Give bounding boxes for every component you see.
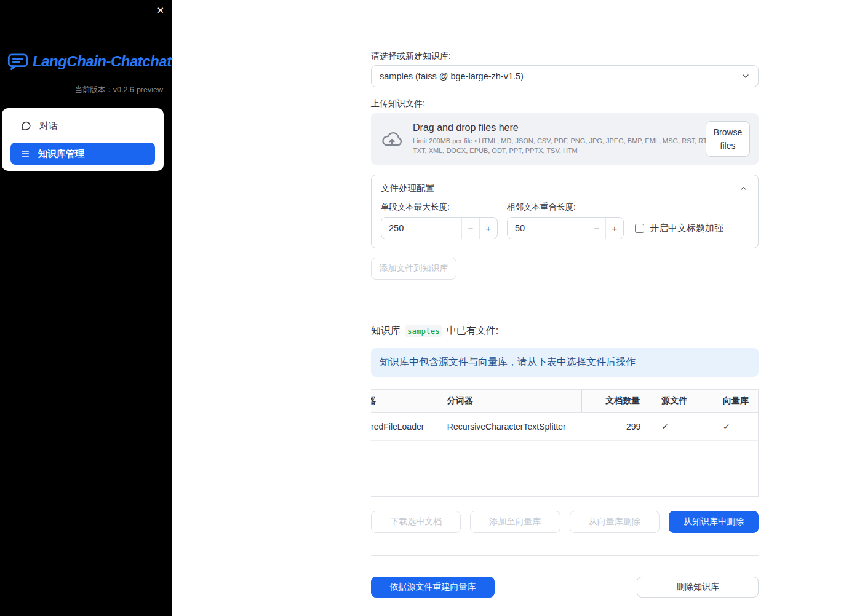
expander-header[interactable]: 文件处理配置 [372,175,758,200]
chat-bubble-icon [20,120,31,132]
file-dropzone[interactable]: Drag and drop files here Limit 200MB per… [371,113,759,165]
chunk-overlap-label: 相邻文本重合长度: [507,202,624,212]
chunk-size-label: 单段文本最大长度: [381,202,498,212]
sidebar: ✕ LangChain-Chatchat 当前版本：v0.2.6-preview… [0,0,172,616]
col-header-splitter: 分词器 [442,390,583,412]
kb-select[interactable]: samples (faiss @ bge-large-zh-v1.5) [371,65,759,87]
kb-actions-row: 依据源文件重建向量库 删除知识库 [371,577,759,598]
delete-from-vector-store-button[interactable]: 从向量库删除 [570,511,660,533]
kb-files-heading: 知识库 samples 中已有文件: [371,325,759,338]
divider [371,555,759,556]
cell-vector-check: ✓ [711,413,758,440]
files-table: 器 分词器 文档数量 源文件 向量库 redFileLoader Recursi… [371,389,759,497]
cell-splitter: RecursiveCharacterTextSplitter [442,413,583,440]
kb-name-code: samples [405,325,442,337]
minus-stepper-icon[interactable]: − [588,218,605,239]
delete-kb-button[interactable]: 删除知识库 [637,577,759,598]
sidebar-item-label: 对话 [39,120,58,132]
browse-files-button[interactable]: Browse files [706,121,750,157]
kb-select-label: 请选择或新建知识库: [371,51,759,61]
cell-doc-count: 299 [582,413,655,440]
plus-stepper-icon[interactable]: + [479,218,497,239]
table-actions-row: 下载选中文档 添加至向量库 从向量库删除 从知识库中删除 [371,511,759,533]
sidebar-item-dialogue[interactable]: 对话 [10,114,155,138]
add-files-to-kb-button[interactable]: 添加文件到知识库 [371,258,456,280]
upload-label: 上传知识文件: [371,98,759,108]
close-sidebar-icon[interactable]: ✕ [156,5,164,16]
add-to-vector-store-button[interactable]: 添加至向量库 [470,511,560,533]
col-header-loader: 器 [371,390,442,412]
chunk-size-group: 单段文本最大长度: 250 − + [381,202,498,239]
dropzone-limit-line2: TXT, XML, DOCX, EPUB, ODT, PPT, PPTX, TS… [413,146,706,156]
dropzone-title: Drag and drop files here [413,122,706,133]
download-selected-button[interactable]: 下载选中文档 [371,511,461,533]
kb-files-prefix: 知识库 [371,325,401,338]
divider [371,304,759,304]
main-content: 请选择或新建知识库: samples (faiss @ bge-large-zh… [371,0,759,598]
chunk-overlap-value[interactable]: 50 [508,218,588,239]
zh-title-enhance-group: 开启中文标题加强 [635,223,723,234]
info-banner: 知识库中包含源文件与向量库，请从下表中选择文件后操作 [371,348,759,377]
kb-files-suffix: 中已有文件: [447,325,498,338]
chunk-size-input: 250 − + [381,217,498,239]
chunk-overlap-input: 50 − + [507,217,624,239]
cell-loader: redFileLoader [371,413,442,440]
kb-select-value: samples (faiss @ bge-large-zh-v1.5) [380,71,524,81]
table-row[interactable]: redFileLoader RecursiveCharacterTextSpli… [371,413,758,441]
expander-title: 文件处理配置 [381,183,434,194]
dropzone-limit-line1: Limit 200MB per file • HTML, MD, JSON, C… [413,136,706,146]
minus-stepper-icon[interactable]: − [461,218,479,239]
app-logo: LangChain-Chatchat [7,53,172,70]
chunk-overlap-group: 相邻文本重合长度: 50 − + [507,202,624,239]
plus-stepper-icon[interactable]: + [605,218,623,239]
chevron-down-icon [741,71,751,81]
chevron-up-icon [739,184,748,193]
rebuild-vector-store-button[interactable]: 依据源文件重建向量库 [371,577,495,598]
sidebar-nav: 对话 知识库管理 [2,108,164,171]
list-icon [20,149,30,159]
cloud-upload-icon [381,130,403,148]
info-banner-text: 知识库中包含源文件与向量库，请从下表中选择文件后操作 [380,356,636,369]
app-title: LangChain-Chatchat [33,53,172,70]
sidebar-item-knowledge-base[interactable]: 知识库管理 [10,143,155,165]
zh-title-enhance-label: 开启中文标题加强 [650,223,723,234]
version-label: 当前版本：v0.2.6-preview [0,85,163,95]
chunk-size-value[interactable]: 250 [381,218,461,239]
col-header-doc-count: 文档数量 [582,390,655,412]
delete-from-kb-button[interactable]: 从知识库中删除 [669,511,759,533]
file-config-expander: 文件处理配置 单段文本最大长度: 250 − + 相邻文本重合长度: [371,175,759,248]
chat-logo-icon [7,53,28,70]
expander-body: 单段文本最大长度: 250 − + 相邻文本重合长度: 50 − + [372,200,758,248]
dropzone-text: Drag and drop files here Limit 200MB per… [413,122,706,156]
zh-title-enhance-checkbox[interactable] [635,224,644,233]
col-header-vector-store: 向量库 [711,390,758,412]
sidebar-item-label: 知识库管理 [38,148,84,160]
col-header-source-file: 源文件 [655,390,711,412]
table-header-row: 器 分词器 文档数量 源文件 向量库 [371,390,758,413]
cell-source-check: ✓ [655,413,711,440]
